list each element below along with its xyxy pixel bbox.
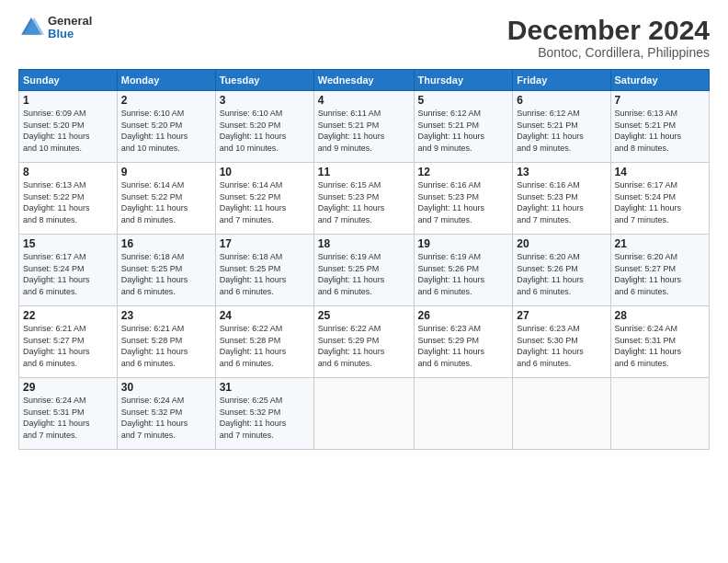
day-cell: 4Sunrise: 6:11 AM Sunset: 5:21 PM Daylig… [313, 91, 414, 163]
day-cell: 1Sunrise: 6:09 AM Sunset: 5:20 PM Daylig… [19, 91, 118, 163]
week-row-5: 29Sunrise: 6:24 AM Sunset: 5:31 PM Dayli… [19, 378, 710, 450]
day-info: Sunrise: 6:20 AM Sunset: 5:26 PM Dayligh… [517, 251, 606, 297]
calendar-body: 1Sunrise: 6:09 AM Sunset: 5:20 PM Daylig… [19, 91, 710, 450]
day-info: Sunrise: 6:11 AM Sunset: 5:21 PM Dayligh… [318, 108, 410, 154]
calendar-table: SundayMondayTuesdayWednesdayThursdayFrid… [18, 69, 710, 450]
day-number: 30 [121, 381, 211, 394]
week-row-4: 22Sunrise: 6:21 AM Sunset: 5:27 PM Dayli… [19, 306, 710, 378]
day-number: 12 [418, 166, 509, 178]
day-number: 6 [517, 94, 606, 107]
day-number: 14 [615, 166, 705, 178]
day-info: Sunrise: 6:14 AM Sunset: 5:22 PM Dayligh… [220, 179, 310, 225]
day-number: 16 [121, 237, 211, 250]
day-number: 19 [418, 237, 509, 250]
day-number: 22 [23, 309, 113, 322]
week-row-1: 1Sunrise: 6:09 AM Sunset: 5:20 PM Daylig… [19, 91, 710, 163]
day-number: 24 [220, 309, 310, 322]
day-info: Sunrise: 6:15 AM Sunset: 5:23 PM Dayligh… [318, 179, 410, 225]
day-cell [414, 378, 513, 450]
header-cell-sunday: Sunday [19, 70, 118, 91]
day-info: Sunrise: 6:18 AM Sunset: 5:25 PM Dayligh… [121, 251, 211, 297]
logo-icon [18, 15, 44, 40]
day-info: Sunrise: 6:23 AM Sunset: 5:29 PM Dayligh… [418, 323, 509, 369]
day-cell: 26Sunrise: 6:23 AM Sunset: 5:29 PM Dayli… [414, 306, 513, 378]
day-number: 27 [517, 309, 606, 322]
day-cell: 10Sunrise: 6:14 AM Sunset: 5:22 PM Dayli… [215, 163, 313, 235]
day-number: 7 [615, 94, 705, 107]
day-number: 5 [418, 94, 509, 107]
day-number: 26 [418, 309, 509, 322]
day-cell: 13Sunrise: 6:16 AM Sunset: 5:23 PM Dayli… [513, 163, 610, 235]
day-number: 25 [318, 309, 410, 322]
day-cell: 8Sunrise: 6:13 AM Sunset: 5:22 PM Daylig… [19, 163, 118, 235]
day-cell [513, 378, 610, 450]
day-info: Sunrise: 6:14 AM Sunset: 5:22 PM Dayligh… [121, 179, 211, 225]
day-cell: 25Sunrise: 6:22 AM Sunset: 5:29 PM Dayli… [313, 306, 414, 378]
day-number: 9 [121, 166, 211, 178]
location-subtitle: Bontoc, Cordillera, Philippines [507, 45, 710, 60]
day-cell: 29Sunrise: 6:24 AM Sunset: 5:31 PM Dayli… [19, 378, 118, 450]
day-cell: 6Sunrise: 6:12 AM Sunset: 5:21 PM Daylig… [513, 91, 610, 163]
header-cell-friday: Friday [513, 70, 610, 91]
day-info: Sunrise: 6:10 AM Sunset: 5:20 PM Dayligh… [220, 108, 310, 154]
day-number: 10 [220, 166, 310, 178]
day-info: Sunrise: 6:24 AM Sunset: 5:32 PM Dayligh… [121, 395, 211, 441]
day-info: Sunrise: 6:21 AM Sunset: 5:28 PM Dayligh… [121, 323, 211, 369]
day-number: 20 [517, 237, 606, 250]
day-cell: 18Sunrise: 6:19 AM Sunset: 5:25 PM Dayli… [313, 235, 414, 306]
header-cell-wednesday: Wednesday [313, 70, 414, 91]
day-cell: 31Sunrise: 6:25 AM Sunset: 5:32 PM Dayli… [215, 378, 313, 450]
day-cell: 5Sunrise: 6:12 AM Sunset: 5:21 PM Daylig… [414, 91, 513, 163]
calendar-header: SundayMondayTuesdayWednesdayThursdayFrid… [19, 70, 710, 91]
day-info: Sunrise: 6:16 AM Sunset: 5:23 PM Dayligh… [418, 179, 509, 225]
day-cell [610, 378, 709, 450]
logo: General Blue [18, 15, 92, 41]
day-cell: 22Sunrise: 6:21 AM Sunset: 5:27 PM Dayli… [19, 306, 118, 378]
header-cell-thursday: Thursday [414, 70, 513, 91]
day-cell: 7Sunrise: 6:13 AM Sunset: 5:21 PM Daylig… [610, 91, 709, 163]
day-number: 8 [23, 166, 113, 178]
header-cell-monday: Monday [117, 70, 215, 91]
header-cell-saturday: Saturday [610, 70, 709, 91]
day-number: 18 [318, 237, 410, 250]
day-number: 17 [220, 237, 310, 250]
day-cell: 3Sunrise: 6:10 AM Sunset: 5:20 PM Daylig… [215, 91, 313, 163]
day-info: Sunrise: 6:10 AM Sunset: 5:20 PM Dayligh… [121, 108, 211, 154]
day-number: 29 [23, 381, 113, 394]
day-number: 2 [121, 94, 211, 107]
logo-text: General Blue [48, 15, 92, 41]
day-number: 28 [615, 309, 705, 322]
day-info: Sunrise: 6:13 AM Sunset: 5:21 PM Dayligh… [615, 108, 705, 154]
day-info: Sunrise: 6:18 AM Sunset: 5:25 PM Dayligh… [220, 251, 310, 297]
day-cell: 14Sunrise: 6:17 AM Sunset: 5:24 PM Dayli… [610, 163, 709, 235]
day-number: 4 [318, 94, 410, 107]
day-info: Sunrise: 6:16 AM Sunset: 5:23 PM Dayligh… [517, 179, 606, 225]
day-info: Sunrise: 6:21 AM Sunset: 5:27 PM Dayligh… [23, 323, 113, 369]
logo-blue: Blue [48, 28, 92, 40]
day-cell: 27Sunrise: 6:23 AM Sunset: 5:30 PM Dayli… [513, 306, 610, 378]
logo-general: General [48, 15, 92, 28]
day-cell: 12Sunrise: 6:16 AM Sunset: 5:23 PM Dayli… [414, 163, 513, 235]
day-info: Sunrise: 6:12 AM Sunset: 5:21 PM Dayligh… [517, 108, 606, 154]
day-cell: 30Sunrise: 6:24 AM Sunset: 5:32 PM Dayli… [117, 378, 215, 450]
day-cell [313, 378, 414, 450]
day-cell: 9Sunrise: 6:14 AM Sunset: 5:22 PM Daylig… [117, 163, 215, 235]
day-info: Sunrise: 6:20 AM Sunset: 5:27 PM Dayligh… [615, 251, 705, 297]
day-number: 21 [615, 237, 705, 250]
day-info: Sunrise: 6:22 AM Sunset: 5:29 PM Dayligh… [318, 323, 410, 369]
day-info: Sunrise: 6:23 AM Sunset: 5:30 PM Dayligh… [517, 323, 606, 369]
day-cell: 20Sunrise: 6:20 AM Sunset: 5:26 PM Dayli… [513, 235, 610, 306]
day-number: 1 [23, 94, 113, 107]
day-info: Sunrise: 6:09 AM Sunset: 5:20 PM Dayligh… [23, 108, 113, 154]
day-cell: 23Sunrise: 6:21 AM Sunset: 5:28 PM Dayli… [117, 306, 215, 378]
day-number: 13 [517, 166, 606, 178]
day-number: 3 [220, 94, 310, 107]
day-cell: 21Sunrise: 6:20 AM Sunset: 5:27 PM Dayli… [610, 235, 709, 306]
day-number: 11 [318, 166, 410, 178]
day-number: 15 [23, 237, 113, 250]
day-number: 31 [220, 381, 310, 394]
day-info: Sunrise: 6:17 AM Sunset: 5:24 PM Dayligh… [615, 179, 705, 225]
day-cell: 11Sunrise: 6:15 AM Sunset: 5:23 PM Dayli… [313, 163, 414, 235]
day-info: Sunrise: 6:12 AM Sunset: 5:21 PM Dayligh… [418, 108, 509, 154]
day-info: Sunrise: 6:13 AM Sunset: 5:22 PM Dayligh… [23, 179, 113, 225]
